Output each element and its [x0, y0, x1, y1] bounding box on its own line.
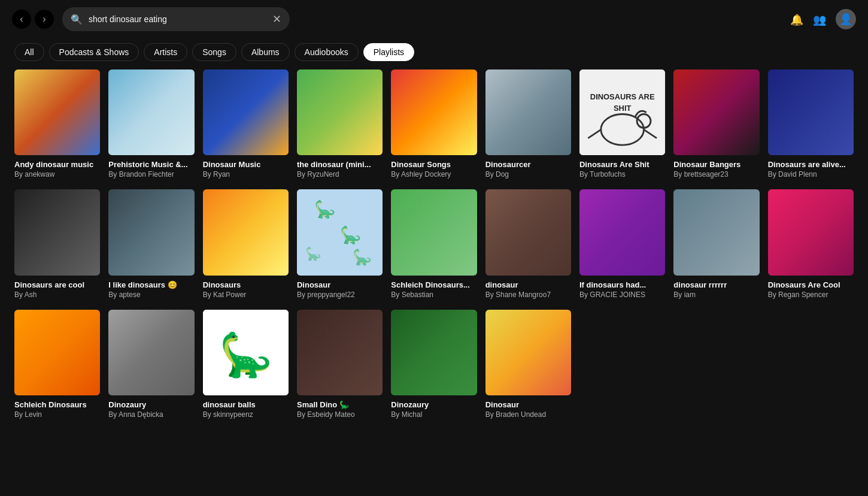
playlist-card[interactable]: Andy dinosaur musicBy anekwaw [14, 69, 100, 179]
playlist-card[interactable]: 🦕 🦕 🦕 🦕 DinosaurBy preppyangel22 [297, 189, 383, 298]
clear-search-button[interactable]: ✕ [272, 14, 281, 25]
playlist-author: By brettseager23 [673, 170, 759, 179]
filter-pill-playlists[interactable]: Playlists [363, 43, 414, 61]
playlist-title: Small Dino 🦕 [297, 400, 383, 409]
filter-pill-podcasts[interactable]: Podcasts & Shows [49, 43, 139, 61]
playlist-author: By David Plenn [768, 170, 854, 179]
playlist-title: If dinosaurs had... [579, 280, 665, 289]
playlist-cover [485, 310, 571, 395]
filter-pill-songs[interactable]: Songs [192, 43, 236, 61]
playlist-title: the dinosaur (mini... [297, 160, 383, 169]
playlist-author: By Brandon Fiechter [108, 170, 194, 179]
svg-text:SHIT: SHIT [614, 104, 631, 113]
playlist-card[interactable]: Dinosaur BangersBy brettseager23 [673, 69, 759, 179]
filter-pill-all[interactable]: All [14, 43, 44, 61]
playlist-author: By Ashley Dockery [391, 170, 477, 179]
playlist-cover [14, 69, 100, 155]
svg-text:🦕: 🦕 [305, 246, 321, 262]
friends-button[interactable] [813, 13, 826, 26]
playlist-author: By Anna Dębicka [108, 410, 194, 419]
playlist-card[interactable]: I like dinosaurs 😊By aptese [108, 189, 194, 298]
nav-buttons: ‹ › [12, 10, 54, 29]
playlist-card[interactable]: Prehistoric Music &...By Brandon Fiechte… [108, 69, 194, 179]
playlist-card[interactable]: If dinosaurs had...By GRACIE JOINES [579, 189, 665, 298]
playlist-author: By preppyangel22 [297, 291, 383, 299]
playlist-card[interactable]: DinozauryBy Anna Dębicka [108, 310, 194, 419]
playlist-cover [108, 310, 194, 395]
playlist-card[interactable]: DinosaurBy Braden Undead [485, 310, 571, 419]
search-input[interactable] [89, 14, 266, 24]
playlist-cover [297, 69, 383, 155]
playlist-title: Dinosaur [297, 280, 383, 289]
playlist-author: By Levin [14, 410, 100, 419]
playlists-grid: Andy dinosaur musicBy anekwawPrehistoric… [0, 69, 868, 419]
playlist-card[interactable]: Small Dino 🦕By Esbeidy Mateo [297, 310, 383, 419]
playlist-title: dinosaur [485, 280, 571, 289]
filter-bar: AllPodcasts & ShowsArtistsSongsAlbumsAud… [0, 38, 868, 69]
back-button[interactable]: ‹ [12, 10, 31, 29]
playlist-card[interactable]: Dinosaur SongsBy Ashley Dockery [391, 69, 477, 179]
playlist-card[interactable]: the dinosaur (mini...By RyzuNerd [297, 69, 383, 179]
playlist-cover: DINOSAURS ARE SHIT [579, 69, 665, 155]
playlist-cover [673, 69, 759, 155]
playlist-card[interactable]: Schleich DinosaursBy Levin [14, 310, 100, 419]
filter-pill-albums[interactable]: Albums [241, 43, 290, 61]
playlist-title: Dinosaurs Are Shit [579, 160, 665, 169]
playlist-card[interactable]: DINOSAURS ARE SHIT Dinosaurs Are ShitBy … [579, 69, 665, 179]
playlist-card[interactable]: DinozauryBy Michal [391, 310, 477, 419]
playlist-title: Dinosaur Bangers [673, 160, 759, 169]
friends-icon [813, 13, 826, 26]
playlist-cover [203, 189, 289, 275]
avatar[interactable]: 👤 [836, 9, 856, 29]
playlist-title: Dinosaurs are cool [14, 280, 100, 289]
playlist-cover [579, 189, 665, 275]
filter-pill-artists[interactable]: Artists [144, 43, 187, 61]
playlist-author: By RyzuNerd [297, 170, 383, 179]
playlist-card[interactable]: dinosaurBy Shane Mangroo7 [485, 189, 571, 298]
playlist-cover [391, 189, 477, 275]
playlist-card[interactable]: Schleich Dinosaurs...By Sebastian [391, 189, 477, 298]
playlist-title: dinosaur rrrrrr [673, 280, 759, 289]
playlist-title: I like dinosaurs 😊 [108, 280, 194, 289]
playlist-author: By Kat Power [203, 291, 289, 299]
topbar-right: 👤 [790, 9, 856, 29]
playlist-cover [14, 310, 100, 395]
playlist-author: By Dog [485, 170, 571, 179]
notifications-button[interactable] [790, 13, 803, 26]
playlist-card[interactable]: DinosaursBy Kat Power [203, 189, 289, 298]
playlist-card[interactable]: 🦕 dinosaur ballsBy skinnypeenz [203, 310, 289, 419]
playlist-cover: 🦕 [203, 310, 289, 395]
playlist-title: Dinosaurs are alive... [768, 160, 854, 169]
playlist-author: By Shane Mangroo7 [485, 291, 571, 299]
playlist-title: Dinozaury [391, 400, 477, 409]
playlist-author: By Ash [14, 291, 100, 299]
playlist-title: Dinosaur [485, 400, 571, 409]
playlist-author: By GRACIE JOINES [579, 291, 665, 299]
filter-pill-audiobooks[interactable]: Audiobooks [295, 43, 359, 61]
playlist-card[interactable]: Dinosaurs Are CoolBy Regan Spencer [768, 189, 854, 298]
bell-icon [790, 13, 803, 26]
playlist-card[interactable]: dinosaur rrrrrrBy iam [673, 189, 759, 298]
playlist-title: Dinosaur Music [203, 160, 289, 169]
playlist-author: By Esbeidy Mateo [297, 410, 383, 419]
playlist-card[interactable]: Dinosaurs are coolBy Ash [14, 189, 100, 298]
svg-text:🦕: 🦕 [314, 199, 336, 220]
playlist-cover [297, 310, 383, 395]
playlist-author: By Turbofuchs [579, 170, 665, 179]
playlist-title: Prehistoric Music &... [108, 160, 194, 169]
playlist-author: By iam [673, 291, 759, 299]
playlist-cover [391, 69, 477, 155]
playlist-title: Andy dinosaur music [14, 160, 100, 169]
playlist-card[interactable]: Dinosaur MusicBy Ryan [203, 69, 289, 179]
playlist-author: By Ryan [203, 170, 289, 179]
playlist-cover [14, 189, 100, 275]
playlist-author: By Braden Undead [485, 410, 571, 419]
topbar: ‹ › 🔍 ✕ 👤 [0, 0, 868, 38]
playlist-author: By Sebastian [391, 291, 477, 299]
forward-button[interactable]: › [35, 10, 54, 29]
search-bar: 🔍 ✕ [62, 7, 290, 31]
playlist-title: Schleich Dinosaurs [14, 400, 100, 409]
playlist-card[interactable]: DinosaurcerBy Dog [485, 69, 571, 179]
playlist-cover [485, 69, 571, 155]
playlist-card[interactable]: Dinosaurs are alive...By David Plenn [768, 69, 854, 179]
